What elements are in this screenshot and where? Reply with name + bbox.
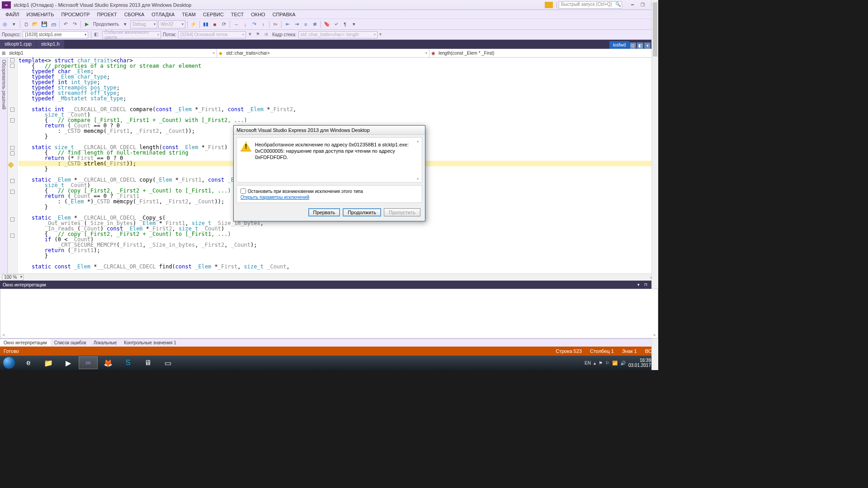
navigate-back-icon[interactable]: ◎ <box>1 20 9 28</box>
preview-promote-icon[interactable]: ◧ <box>637 42 643 49</box>
stack-dropdown[interactable]: std::char_traits<char>::length <box>298 31 377 38</box>
outdent-icon[interactable]: ⇥ <box>292 20 301 28</box>
dialog-exception-settings-link[interactable]: Открыть параметры исключений <box>241 195 309 200</box>
output-panel-body[interactable]: ◂ ▸ <box>0 289 658 338</box>
comment-icon[interactable]: ≡ <box>302 20 310 28</box>
indent-icon[interactable]: ⇤ <box>283 20 292 28</box>
panel-dropdown-icon[interactable]: ▾ <box>636 282 641 287</box>
step-over-icon[interactable]: ↷ <box>250 20 258 28</box>
editor-scrollbar[interactable] <box>651 58 658 273</box>
current-statement-icon[interactable] <box>8 162 14 168</box>
overflow2-icon[interactable]: ▾ <box>379 32 386 38</box>
config-dropdown[interactable]: Debug <box>130 20 157 28</box>
menu-test[interactable]: ТЕСТ <box>231 12 244 17</box>
lifecycle-icon[interactable]: ◧ <box>94 32 100 38</box>
menu-view[interactable]: ПРОСМОТР <box>61 12 90 17</box>
tab-stkoptr1[interactable]: stkoptr1.cpp <box>0 40 36 49</box>
start-button[interactable] <box>0 357 18 369</box>
tray-volume-icon[interactable]: 🔊 <box>620 361 626 366</box>
minimize-button[interactable]: ━ <box>628 2 637 8</box>
bookmark-icon[interactable]: 🔖 <box>323 20 331 28</box>
task-misc[interactable]: ▭ <box>158 357 177 369</box>
tray-lang[interactable]: EN <box>585 361 591 366</box>
hscroll-left-icon[interactable]: ◂ <box>2 332 5 337</box>
panel-pin-icon[interactable]: ⊓ <box>643 282 648 287</box>
filter-icon[interactable]: ▼ <box>248 32 254 38</box>
pause-icon[interactable]: ▮▮ <box>202 20 210 28</box>
step-into-icon[interactable]: ↓ <box>241 20 249 28</box>
tray-network-icon[interactable]: 📶 <box>612 361 618 366</box>
preview-pin-icon[interactable]: ⊡ <box>630 42 636 49</box>
dialog-scroll[interactable]: ▴▾ <box>416 138 422 182</box>
tray-clock[interactable]: 16:3903.01.2017 <box>628 358 651 368</box>
tray-flag-icon[interactable]: ⚑ <box>599 361 603 366</box>
task-explorer[interactable]: 📁 <box>39 357 58 369</box>
process-dropdown[interactable]: [1828] stcktp1.exe <box>23 31 88 38</box>
undo-icon[interactable]: ↶ <box>61 20 70 28</box>
nav-member[interactable]: ◉length(const _Elem * _First) <box>429 49 658 57</box>
task-vs[interactable]: ∞ <box>79 357 98 369</box>
menu-debug[interactable]: ОТЛАДКА <box>151 12 175 17</box>
step-out-icon[interactable]: ↑ <box>259 20 267 28</box>
ptab-watch[interactable]: Контрольные значения 1 <box>120 339 180 346</box>
menu-service[interactable]: СЕРВИС <box>203 12 224 17</box>
tab-stckp1h[interactable]: stckp1.h <box>37 40 64 49</box>
task-skype[interactable]: S <box>118 357 137 369</box>
nav-project[interactable]: ⊞stcktp1 <box>0 49 217 57</box>
restart-icon[interactable]: ⟳ <box>220 20 228 28</box>
magic-icon[interactable]: ⚡ <box>189 20 198 28</box>
maximize-button[interactable]: ❐ <box>638 2 646 8</box>
tray-action-icon[interactable]: ⚐ <box>605 361 609 366</box>
menu-window[interactable]: ОКНО <box>251 12 265 17</box>
menu-edit[interactable]: ИЗМЕНИТЬ <box>27 12 54 17</box>
notification-icon[interactable] <box>545 2 553 8</box>
tray-chevron-icon[interactable]: ▴ <box>594 361 596 366</box>
ptab-locals[interactable]: Локальные <box>90 339 121 346</box>
platform-dropdown[interactable]: Win32 <box>158 20 185 28</box>
fold-icon[interactable]: − <box>10 64 14 68</box>
menu-file[interactable]: ФАЙЛ <box>5 12 19 17</box>
show-next-icon[interactable]: → <box>232 20 240 28</box>
ptab-immediate[interactable]: Окно интерпретации <box>0 339 51 346</box>
dialog-ignore-button[interactable]: Пропустить <box>384 208 420 216</box>
fold-icon[interactable]: − <box>10 108 14 112</box>
fold-icon[interactable]: − <box>10 151 14 155</box>
menu-help[interactable]: СПРАВКА <box>273 12 296 17</box>
fold-icon[interactable]: − <box>10 179 14 183</box>
save-icon[interactable]: 💾 <box>40 20 48 28</box>
task-wmp[interactable]: ▶ <box>59 357 78 369</box>
fold-icon[interactable]: − <box>10 146 14 150</box>
stop-icon[interactable]: ■ <box>211 20 219 28</box>
open-file-icon[interactable]: 📂 <box>31 20 39 28</box>
overflow-icon[interactable]: ▾ <box>350 20 358 28</box>
task-ie[interactable]: e <box>19 357 38 369</box>
ws-icon[interactable]: ¶ <box>341 20 349 28</box>
uncomment-icon[interactable]: ≢ <box>311 20 319 28</box>
new-file-icon[interactable]: 🗋 <box>22 20 30 28</box>
fold-icon[interactable]: − <box>10 217 14 221</box>
wrap-icon[interactable]: ⤶ <box>332 20 340 28</box>
menu-team[interactable]: TEAM <box>182 12 196 17</box>
tab-iosfwd[interactable]: iosfwd <box>609 41 629 49</box>
continue-icon[interactable]: ▶ <box>83 20 91 28</box>
dialog-continue-button[interactable]: Продолжить <box>343 208 381 216</box>
dialog-break-button[interactable]: Прервать <box>308 208 340 216</box>
tab-dropdown-icon[interactable]: ▾ <box>644 42 651 49</box>
nav-class[interactable]: ◆std::char_traits<char> <box>217 49 429 57</box>
navigate-fwd-icon[interactable]: ▾ <box>10 20 18 28</box>
dialog-break-checkbox[interactable]: Остановить при возникновении исключения … <box>241 188 418 194</box>
editor-gutter[interactable]: − − − − − − − − − − <box>8 58 18 273</box>
task-firefox[interactable]: 🦊 <box>99 357 118 369</box>
dialog-title[interactable]: Microsoft Visual Studio Express 2013 для… <box>234 126 425 135</box>
fold-icon[interactable]: − <box>10 58 14 62</box>
continue-label[interactable]: Продолжить <box>93 22 119 27</box>
zoom-dropdown[interactable]: 100 % <box>2 274 24 281</box>
ptab-errors[interactable]: Список ошибок <box>51 339 90 346</box>
fold-icon[interactable]: − <box>10 190 14 194</box>
menu-build[interactable]: СБОРКА <box>124 12 145 17</box>
hscroll-right-icon[interactable]: ▸ <box>654 332 656 337</box>
lifecycle-dropdown[interactable]: События жизненного цикла <box>102 31 161 38</box>
fold-icon[interactable]: − <box>10 118 14 122</box>
hex-icon[interactable]: 0x <box>271 20 279 28</box>
solution-explorer-tab[interactable]: Обозреватель решений <box>0 58 8 273</box>
